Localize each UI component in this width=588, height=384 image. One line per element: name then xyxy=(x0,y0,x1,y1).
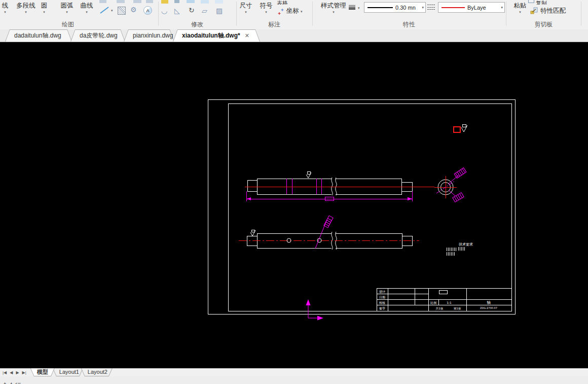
tab-layout2[interactable]: Layout2 xyxy=(81,368,113,376)
partial-icon xyxy=(99,0,106,3)
dimension-button[interactable]: 尺寸 ▾ xyxy=(238,2,253,18)
partial-icon xyxy=(187,0,195,3)
panel-label-draw: 绘图 xyxy=(43,21,93,27)
text-style-icon[interactable]: A xyxy=(143,6,152,15)
drawing-canvas[interactable]: 技术要求 xyxy=(0,42,588,368)
circle-button[interactable]: 圆 ▾ xyxy=(39,2,50,18)
chevron-down-icon[interactable]: ▾ xyxy=(301,10,303,14)
sheet-outer-border xyxy=(208,99,515,314)
copy-icon xyxy=(528,0,534,3)
layout-tab-bar: |◀ ◀ ▶ ▶| 模型 Layout1 Layout2 xyxy=(0,368,588,376)
chevron-down-icon[interactable]: ▾ xyxy=(259,10,274,14)
fillet-icon[interactable]: ◡ xyxy=(161,7,167,14)
copy-button-partial[interactable]: 复制 xyxy=(528,0,564,5)
panel-label-modify: 修改 xyxy=(158,21,236,27)
ribbon-toolbar: 线 ▾ 多段线 ▾ 圆 ▾ 圆弧 ▾ 曲线 ▾ ▾ xyxy=(0,0,588,30)
coordinate-icon xyxy=(278,8,284,15)
doc-tab-dapidailun[interactable]: da皮带轮.dwg xyxy=(70,29,125,42)
technical-requirements-block: 技术要求 xyxy=(447,242,473,256)
chevron-down-icon[interactable]: ▾ xyxy=(238,10,253,14)
symbol-button[interactable]: 符号 ▾ xyxy=(259,2,274,18)
dimension-line xyxy=(246,191,412,201)
chevron-down-icon[interactable]: ▾ xyxy=(14,10,38,14)
curve-button[interactable]: 曲线 ▾ xyxy=(77,2,96,18)
arc-button[interactable]: 圆弧 ▾ xyxy=(57,2,77,18)
chevron-down-icon[interactable]: ▾ xyxy=(422,6,424,10)
chevron-down-icon[interactable]: ▾ xyxy=(0,10,10,14)
cad-application-window: 线 ▾ 多段线 ▾ 圆 ▾ 圆弧 ▾ 曲线 ▾ ▾ xyxy=(0,0,588,384)
hatch-icon[interactable] xyxy=(118,7,126,15)
panel-clipboard: 粘贴 ▾ 特性匹配 复制 剪切板 xyxy=(506,0,581,29)
region-icon[interactable]: ⚙ xyxy=(130,6,137,13)
svg-text:技术要求: 技术要求 xyxy=(458,242,473,247)
draw-line-tool-icon[interactable] xyxy=(99,6,109,14)
roughness-callout-box xyxy=(454,168,466,178)
doc-tab-xiaodaitulun-active[interactable]: xiaodaitulun轴.dwg*✕ xyxy=(173,29,260,42)
chevron-down-icon[interactable]: ▾ xyxy=(39,10,50,14)
match-properties-icon xyxy=(530,7,538,15)
tab-navigation: |◀ ◀ ▶ ▶| xyxy=(0,368,30,376)
linetype-icon[interactable] xyxy=(427,5,435,10)
chevron-down-icon[interactable]: ▾ xyxy=(57,10,77,14)
svg-text:设计: 设计 xyxy=(379,290,385,293)
title-block: 设计 日期 校核 签字 比例 1:1 轴 共1张 第1张 ZDG-2700-07 xyxy=(377,288,511,311)
previous-tab-icon[interactable]: ◀ xyxy=(10,370,13,375)
svg-text:签字: 签字 xyxy=(379,306,385,310)
lineweight-select[interactable]: 0.30 mn ▾ xyxy=(364,2,426,13)
panel-annotate: 尺寸 ▾ 符号 ▾ 坐标 ▾ 表格 标注 xyxy=(236,0,312,29)
roughness-callout-box xyxy=(324,216,333,228)
svg-text:1:1: 1:1 xyxy=(447,301,452,304)
doc-tab-dadaitulun[interactable]: dadaitulun轴.dwg xyxy=(5,29,72,42)
last-tab-icon[interactable]: ▶| xyxy=(22,370,26,375)
table-button-partial[interactable]: 表格 xyxy=(277,0,309,5)
svg-text:校核: 校核 xyxy=(379,301,385,304)
chevron-down-icon[interactable]: ▾ xyxy=(358,6,360,10)
svg-text:轴: 轴 xyxy=(487,300,491,305)
line-button[interactable]: 线 ▾ xyxy=(0,2,10,18)
color-select[interactable]: ByLaye ▾ xyxy=(438,2,505,13)
partial-icon xyxy=(215,0,223,4)
partial-icon xyxy=(201,0,209,4)
command-line-label: 命令行 xyxy=(2,381,21,384)
chevron-down-icon[interactable]: ▾ xyxy=(77,10,96,14)
panel-properties: 样式管理 ▾ ▾ 0.30 mn ▾ ByLaye ▾ 特性 xyxy=(312,0,506,29)
svg-text:共1张: 共1张 xyxy=(435,307,444,310)
polyline-button[interactable]: 多段线 ▾ xyxy=(14,2,38,18)
paste-button[interactable]: 粘贴 ▾ xyxy=(510,2,530,18)
chevron-down-icon[interactable]: ▾ xyxy=(501,6,503,10)
partial-icon xyxy=(174,0,179,3)
roughness-callout-box xyxy=(453,193,464,202)
tab-model[interactable]: 模型 xyxy=(30,368,55,376)
chevron-down-icon[interactable]: ▾ xyxy=(316,10,351,14)
next-tab-icon[interactable]: ▶ xyxy=(16,370,19,375)
lineweight-display-icon[interactable] xyxy=(349,5,355,10)
panel-label-properties: 特性 xyxy=(312,21,506,27)
rotate-icon[interactable]: ↻ xyxy=(189,7,195,14)
lineweight-preview-line xyxy=(368,7,393,8)
ucs-icon xyxy=(306,299,324,321)
coordinate-button[interactable]: 坐标 xyxy=(285,7,300,23)
surface-roughness-symbol xyxy=(306,171,311,178)
command-line-strip[interactable]: 命令行 xyxy=(0,376,588,384)
panel-modify: ◡ ◺ ↻ ▱ ▨ 修改 xyxy=(158,0,236,29)
svg-text:ZDG-2700-07: ZDG-2700-07 xyxy=(480,306,497,309)
panel-separator xyxy=(581,2,581,26)
shaft-bottom-view xyxy=(239,216,419,250)
chamfer-icon[interactable]: ◺ xyxy=(174,7,180,14)
chevron-down-icon[interactable]: ▾ xyxy=(111,9,113,13)
svg-text:第1张: 第1张 xyxy=(454,307,461,310)
panel-label-annotate: 标注 xyxy=(236,21,312,27)
sheet-inner-border xyxy=(228,103,511,311)
tab-layout1[interactable]: Layout1 xyxy=(53,368,83,376)
color-preview-line xyxy=(442,7,465,8)
shaft-drawing: 技术要求 xyxy=(0,42,588,368)
chevron-down-icon[interactable]: ▾ xyxy=(510,10,530,14)
3d-rotate-icon[interactable]: ▱ xyxy=(202,7,207,14)
doc-tab-pianxinlun[interactable]: pianxinlun.dwg xyxy=(124,29,174,42)
shaft-end-view xyxy=(434,168,466,202)
style-manager-button[interactable]: 样式管理 ▾ xyxy=(316,2,351,18)
first-tab-icon[interactable]: |◀ xyxy=(3,370,7,375)
surface-roughness-symbol xyxy=(250,230,255,236)
close-icon[interactable]: ✕ xyxy=(245,32,249,39)
hatch-edit-icon[interactable]: ▨ xyxy=(216,7,223,14)
